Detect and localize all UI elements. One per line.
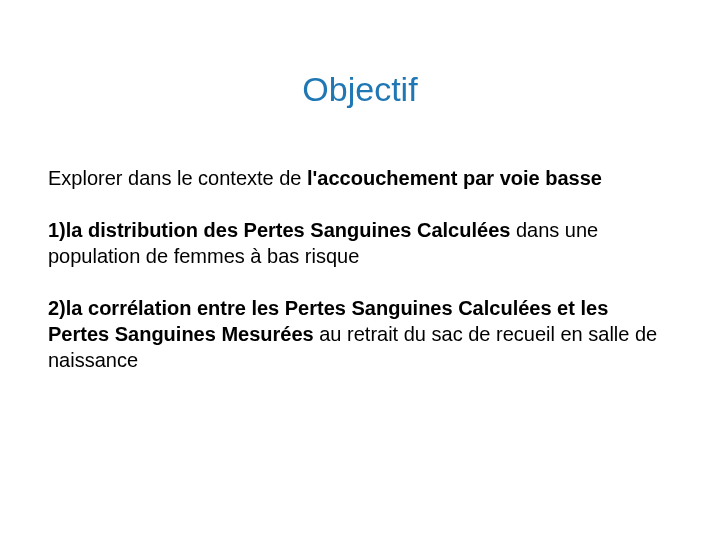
intro-paragraph: Explorer dans le contexte de l'accouchem…	[48, 165, 672, 191]
intro-prefix: Explorer dans le contexte de	[48, 167, 307, 189]
slide-body: Explorer dans le contexte de l'accouchem…	[48, 165, 672, 373]
objective-1: 1)la distribution des Pertes Sanguines C…	[48, 217, 672, 269]
objective-2: 2)la corrélation entre les Pertes Sangui…	[48, 295, 672, 373]
intro-bold: l'accouchement par voie basse	[307, 167, 602, 189]
slide: Objectif Explorer dans le contexte de l'…	[0, 0, 720, 540]
obj1-number: 1)	[48, 219, 66, 241]
obj2-number: 2)	[48, 297, 66, 319]
slide-title: Objectif	[48, 70, 672, 109]
obj1-bold: la distribution des Pertes Sanguines Cal…	[66, 219, 511, 241]
